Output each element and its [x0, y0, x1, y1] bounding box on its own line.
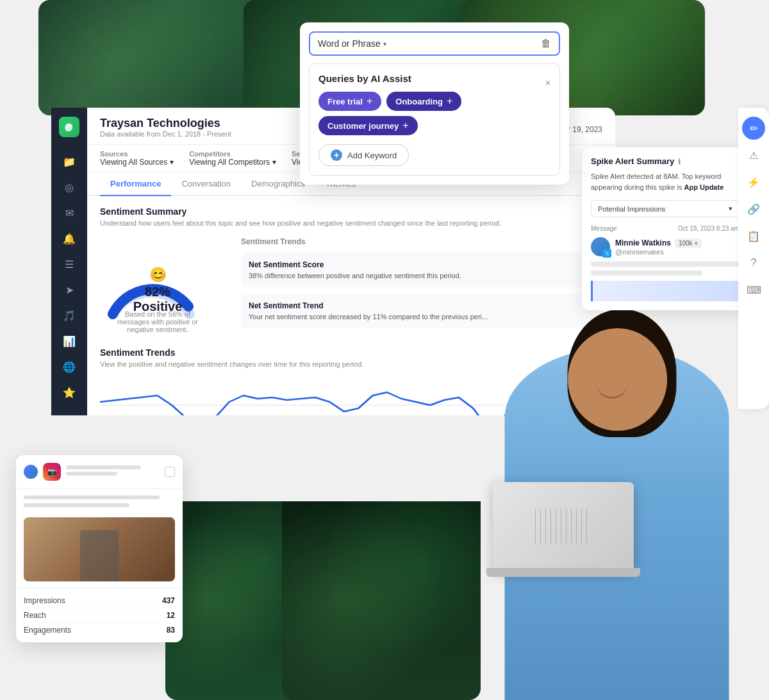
ai-tag-customer-journey[interactable]: Customer journey +: [318, 116, 418, 135]
sentiment-summary-subtitle: Understand how users feel about this top…: [100, 219, 602, 227]
ai-tag-free-trial[interactable]: Free trial +: [318, 92, 381, 111]
stat-value-reach: 12: [167, 611, 175, 620]
ai-tags-container: Free trial + Onboarding + Customer journ…: [318, 92, 550, 135]
user-name: Minnie Watkins: [615, 238, 671, 247]
copy-icon[interactable]: 📋: [742, 224, 765, 247]
trend-card-1: Net Sentiment Score 38% difference betwe…: [241, 253, 602, 287]
sentiment-summary-title: Sentiment Summary: [100, 206, 602, 217]
keyboard-icon[interactable]: ⌨: [742, 278, 765, 301]
tag-plus-icon: +: [447, 96, 452, 107]
filter-sources[interactable]: Sources Viewing All Sources ▾: [100, 150, 174, 167]
trash-icon[interactable]: 🗑: [541, 38, 551, 49]
sidebar-item-circle[interactable]: ◎: [58, 176, 81, 199]
message-label: Message: [591, 225, 617, 232]
sidebar-item-globe[interactable]: 🌐: [58, 355, 81, 378]
spike-message-header: Message Oct 19, 2023 8:23 am: [591, 225, 740, 232]
sidebar-item-audio[interactable]: 🎵: [58, 304, 81, 327]
social-card: 📷 Impressions 437 Reach 12 Engagements 8…: [16, 455, 183, 642]
spike-user-row: Minnie Watkins 100k +: [615, 238, 702, 248]
search-label-text: Word or Phrase: [318, 38, 381, 49]
sidebar-item-bell[interactable]: 🔔: [58, 227, 81, 250]
alert-icon[interactable]: ⚠: [742, 144, 765, 167]
link-icon[interactable]: 🔗: [742, 197, 765, 221]
logo[interactable]: [59, 117, 79, 137]
sidebar-item-star[interactable]: ⭐: [58, 381, 81, 404]
tab-conversation[interactable]: Conversation: [171, 172, 241, 196]
tag-plus-icon: +: [402, 120, 408, 131]
sidebar-item-mail[interactable]: ✉: [58, 201, 81, 224]
donut-chart: 😊 82% Positive Based on the 56% of messa…: [100, 237, 215, 327]
chevron-down-icon: ▾: [729, 204, 732, 213]
stat-label-impressions: Impressions: [24, 596, 65, 605]
social-content-lines: [16, 489, 183, 517]
add-keyword-label: Add Keyword: [347, 151, 397, 160]
header-line-2: [66, 472, 117, 476]
user-handle: @minniemakes: [615, 248, 702, 256]
data-range: Data available from Dec 1, 2018 - Presen…: [100, 130, 231, 138]
stat-value-impressions: 437: [162, 596, 175, 605]
spike-title-text: Spike Alert Summary: [591, 156, 674, 166]
close-icon[interactable]: ×: [545, 78, 550, 88]
spike-alert-title: Spike Alert Summary ℹ: [591, 156, 740, 166]
right-sidebar: ✏ ⚠ ⚡ 🔗 📋 ? ⌨: [738, 108, 769, 409]
person-face: [568, 328, 667, 431]
ai-popup-title: Queries by AI Assist: [318, 73, 411, 84]
trend-card-1-title: Net Sentiment Score: [249, 260, 595, 269]
content-line-2: [24, 503, 129, 507]
filter-sources-label: Sources: [100, 150, 174, 158]
content-line-1: [24, 496, 160, 499]
sidebar-item-folder[interactable]: 📁: [58, 150, 81, 173]
search-input[interactable]: [392, 38, 541, 49]
logo-icon: [63, 121, 76, 133]
company-name: Traysan Technologies: [100, 117, 231, 130]
instagram-icon: 📷: [43, 463, 61, 481]
header-line-1: [66, 465, 141, 469]
chevron-down-icon: ▾: [272, 158, 276, 167]
sentiment-description: Based on the 56% of messages with positi…: [113, 310, 203, 333]
add-keyword-button[interactable]: + Add Keyword: [318, 144, 409, 166]
tag-label: Onboarding: [395, 97, 443, 106]
stat-row-reach: Reach 12: [24, 608, 175, 623]
user-badge: 100k +: [675, 238, 702, 248]
checkbox[interactable]: [165, 467, 175, 477]
sidebar-item-chart[interactable]: 📊: [58, 329, 81, 353]
bg-bottom-center: [282, 501, 481, 700]
spike-alert-panel: Spike Alert Summary ℹ Spike Alert detect…: [582, 147, 748, 310]
laptop-base: [486, 568, 640, 577]
tag-label: Free trial: [327, 97, 363, 106]
keyboard-pattern: [535, 509, 591, 545]
info-icon: ℹ: [678, 157, 681, 166]
stat-row-engagements: Engagements 83: [24, 623, 175, 637]
edit-button[interactable]: ✏: [742, 117, 765, 140]
tag-label: Customer journey: [327, 121, 399, 131]
add-keyword-plus-icon: +: [331, 149, 342, 161]
sentiment-emoji: 😊: [129, 267, 186, 283]
filter-competitors[interactable]: Competitors Viewing All Competitors ▾: [189, 150, 276, 167]
sidebar: 📁 ◎ ✉ 🔔 ☰ ➤ 🎵 📊 🌐 ⭐: [51, 108, 87, 415]
spike-message-row: 𝕏 Minnie Watkins 100k + @minniemakes: [591, 237, 740, 256]
message-line-2: [591, 271, 702, 276]
laptop: [493, 482, 634, 572]
spike-engagement-bar: [591, 281, 740, 301]
stat-label-engagements: Engagements: [24, 626, 71, 635]
social-stats: Impressions 437 Reach 12 Engagements 83: [16, 588, 183, 642]
social-header-lines: [66, 465, 160, 478]
ai-tag-onboarding[interactable]: Onboarding +: [386, 92, 461, 111]
tag-plus-icon: +: [367, 96, 372, 107]
filter-competitors-value: Viewing All Competitors ▾: [189, 158, 276, 167]
stat-label-reach: Reach: [24, 611, 46, 620]
message-date: Oct 19, 2023 8:23 am: [678, 225, 740, 232]
tab-performance[interactable]: Performance: [100, 172, 171, 196]
image-silhouette: [80, 530, 119, 581]
sidebar-item-list[interactable]: ☰: [58, 253, 81, 276]
sidebar-item-send[interactable]: ➤: [58, 278, 81, 301]
person-overlay: [461, 283, 750, 700]
spike-info-text: Spike Alert detected at 8AM. Top keyword…: [591, 171, 740, 192]
avatar: [24, 465, 38, 479]
trend-title: Sentiment Trends: [241, 237, 602, 246]
help-icon[interactable]: ?: [742, 251, 765, 274]
spike-dropdown[interactable]: Potential Impressions ▾: [591, 200, 740, 217]
search-bar[interactable]: Word or Phrase ▾ 🗑: [309, 31, 560, 56]
flash-icon[interactable]: ⚡: [742, 171, 765, 194]
search-label: Word or Phrase ▾: [318, 38, 386, 49]
